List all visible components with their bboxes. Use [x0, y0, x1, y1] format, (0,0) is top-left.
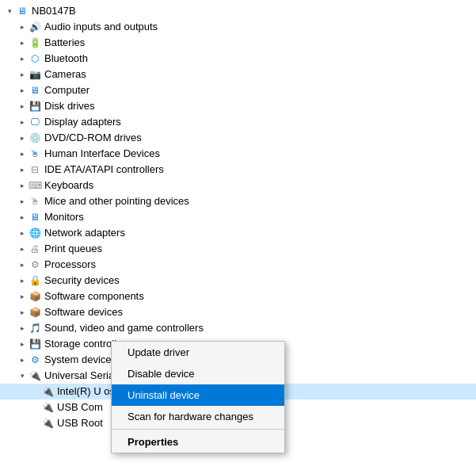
- tree-item[interactable]: 📷Cameras: [0, 67, 476, 82]
- tree-item[interactable]: 💿DVD/CD-ROM drives: [0, 130, 476, 146]
- context-menu-item-0[interactable]: Update driver: [112, 342, 284, 363]
- tree-item-label: Batteries: [44, 35, 85, 51]
- context-menu-item-3[interactable]: Scan for hardware changes: [112, 406, 284, 427]
- tree-item[interactable]: 🖨Print queues: [0, 241, 476, 257]
- tree-item-icon: 🔋: [29, 36, 41, 49]
- tree-expander[interactable]: [16, 290, 29, 303]
- tree-expander[interactable]: [16, 211, 29, 224]
- context-menu-items: Update driverDisable deviceUninstall dev…: [112, 342, 284, 453]
- tree-item[interactable]: 🖱Mice and other pointing devices: [0, 193, 476, 209]
- context-menu-separator: [112, 429, 284, 430]
- tree-item-label: USB Com: [57, 399, 103, 415]
- tree-root[interactable]: 🖥 NB0147B: [0, 3, 476, 19]
- tree-item-icon: 🖥: [29, 211, 41, 224]
- tree-expander[interactable]: [16, 322, 29, 334]
- tree-expander[interactable]: [16, 147, 29, 160]
- tree-item-icon: 📦: [29, 290, 41, 303]
- tree-expander[interactable]: [16, 227, 29, 239]
- tree-item-label: Print queues: [44, 241, 102, 257]
- tree-item-icon: 🎵: [29, 322, 41, 334]
- tree-item-icon: ⚙: [29, 258, 41, 271]
- tree-item[interactable]: 📦Software devices: [0, 304, 476, 320]
- tree-expander[interactable]: [16, 100, 29, 113]
- tree-item-icon: 🌐: [29, 227, 41, 239]
- tree-expander[interactable]: [16, 338, 29, 350]
- tree-item-icon: 💾: [29, 100, 41, 113]
- tree-item-label: Software components: [44, 289, 144, 304]
- tree-expander[interactable]: [16, 132, 29, 144]
- tree-item-label: Bluetooth: [44, 51, 88, 67]
- context-menu: Update driverDisable deviceUninstall dev…: [111, 341, 285, 453]
- root-icon: 🖥: [16, 5, 29, 17]
- tree-item-icon: 💿: [29, 132, 41, 144]
- tree-item-icon: 🖱: [29, 195, 41, 208]
- tree-item-icon: 🔒: [29, 274, 41, 287]
- tree-item-label: IDE ATA/ATAPI controllers: [44, 162, 164, 178]
- tree-item[interactable]: 🖥Computer: [0, 82, 476, 98]
- tree-item-icon: 🔌: [41, 385, 54, 398]
- tree-item-icon: ⌨: [29, 179, 41, 192]
- tree-item[interactable]: 🎵Sound, video and game controllers: [0, 320, 476, 336]
- tree-item[interactable]: ⌨Keyboards: [0, 178, 476, 193]
- tree-expander[interactable]: [16, 68, 29, 81]
- tree-item[interactable]: 💾Disk drives: [0, 98, 476, 114]
- tree-item[interactable]: ⊟IDE ATA/ATAPI controllers: [0, 162, 476, 178]
- tree-item-label: Security devices: [44, 273, 120, 289]
- tree-expander[interactable]: [16, 369, 29, 382]
- context-menu-item-2[interactable]: Uninstall device: [112, 384, 284, 406]
- tree-item-label: Computer: [44, 82, 89, 98]
- tree-item[interactable]: 🔒Security devices: [0, 273, 476, 289]
- tree-item-label: Mice and other pointing devices: [44, 193, 189, 209]
- tree-item[interactable]: 🔋Batteries: [0, 35, 476, 51]
- tree-expander[interactable]: [16, 163, 29, 176]
- tree-expander[interactable]: [16, 179, 29, 192]
- tree-expander[interactable]: [16, 354, 29, 366]
- tree-item[interactable]: 🖱Human Interface Devices: [0, 146, 476, 162]
- tree-item-label: Human Interface Devices: [44, 146, 160, 162]
- tree-item-icon: 🔌: [29, 369, 41, 382]
- tree-item-icon: 🔌: [41, 401, 54, 414]
- tree-item-label: USB Root: [57, 415, 103, 431]
- tree-item[interactable]: 🖵Display adapters: [0, 114, 476, 130]
- tree-expander[interactable]: [16, 116, 29, 128]
- tree-item-icon: 🖨: [29, 243, 41, 255]
- tree-expander[interactable]: [16, 243, 29, 255]
- tree-expander[interactable]: [16, 195, 29, 208]
- tree-item[interactable]: 🌐Network adapters: [0, 225, 476, 241]
- tree-expander[interactable]: [16, 21, 29, 33]
- tree-item-icon: 🖵: [29, 116, 41, 128]
- tree-item-label: Audio inputs and outputs: [44, 19, 158, 35]
- tree-item-label: DVD/CD-ROM drives: [44, 130, 142, 146]
- context-menu-item-4[interactable]: Properties: [112, 431, 284, 453]
- tree-item-label: Disk drives: [44, 98, 95, 114]
- tree-item-icon: 📷: [29, 68, 41, 81]
- tree-item[interactable]: ⚙Processors: [0, 257, 476, 273]
- tree-item-icon: ⚙: [29, 354, 41, 366]
- tree-item-label: Software devices: [44, 304, 123, 320]
- tree-expander[interactable]: [16, 36, 29, 49]
- tree-item-label: Sound, video and game controllers: [44, 320, 204, 336]
- tree-expander[interactable]: [16, 258, 29, 271]
- tree-expander[interactable]: [16, 84, 29, 97]
- tree-item-icon: 🔌: [41, 417, 54, 430]
- tree-item-label: Network adapters: [44, 225, 125, 241]
- tree-item-icon: ⬡: [29, 52, 41, 65]
- tree-item-label: Processors: [44, 257, 96, 273]
- tree-item[interactable]: 📦Software components: [0, 289, 476, 304]
- tree-item[interactable]: 🖥Monitors: [0, 209, 476, 225]
- context-menu-item-1[interactable]: Disable device: [112, 363, 284, 384]
- tree-item-label: Display adapters: [44, 114, 121, 130]
- tree-item-label: Keyboards: [44, 178, 93, 193]
- tree-item-icon: 🔊: [29, 21, 41, 33]
- tree-item-icon: 📦: [29, 306, 41, 319]
- root-expander[interactable]: [3, 5, 16, 17]
- tree-expander[interactable]: [16, 52, 29, 65]
- tree-item-icon: 💾: [29, 338, 41, 350]
- tree-expander[interactable]: [16, 306, 29, 319]
- tree-item-label: Monitors: [44, 209, 84, 225]
- tree-item-label: System devices: [44, 352, 116, 368]
- tree-item-label: Cameras: [44, 67, 86, 82]
- tree-item[interactable]: ⬡Bluetooth: [0, 51, 476, 67]
- tree-expander[interactable]: [16, 274, 29, 287]
- tree-item[interactable]: 🔊Audio inputs and outputs: [0, 19, 476, 35]
